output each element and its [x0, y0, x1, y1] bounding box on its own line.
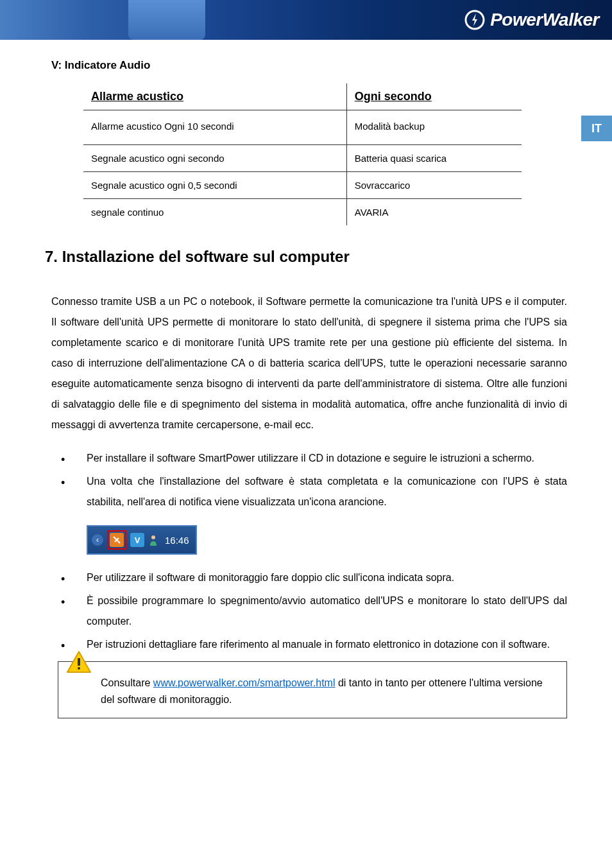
list-item: Per istruzioni dettagliare fare riferime…	[51, 634, 567, 655]
person-tray-icon	[148, 534, 158, 546]
brand-text: PowerWalker	[490, 10, 599, 30]
svg-rect-2	[78, 658, 80, 666]
table-cell: Batteria quasi scarica	[346, 145, 522, 172]
tray-clock: 16:46	[165, 535, 189, 546]
table-header-left: Allarme acustico	[83, 83, 346, 110]
audio-indicator-table: Allarme acustico Ogni secondo Allarme ac…	[83, 83, 522, 225]
subsection-title: V: Indicatore Audio	[51, 59, 567, 72]
list-item: Per utilizzare il software di monitoragg…	[51, 568, 567, 588]
brand-logo: PowerWalker	[464, 10, 599, 30]
list-item: Una volta che l'installazione del softwa…	[51, 471, 567, 512]
system-tray-screenshot: ‹ V 16:46	[87, 525, 197, 555]
table-cell: Modalità backup	[346, 110, 522, 145]
header-bar: PowerWalker	[0, 0, 612, 40]
table-row: segnale continuo AVARIA	[83, 199, 522, 226]
bullet-list-bottom: Per utilizzare il software di monitoragg…	[51, 568, 567, 655]
table-cell: segnale continuo	[83, 199, 346, 226]
warning-icon	[66, 650, 92, 673]
table-row: Segnale acustico ogni 0,5 secondi Sovrac…	[83, 172, 522, 199]
svg-point-1	[151, 535, 155, 539]
orange-tray-icon	[110, 533, 124, 547]
svg-point-3	[78, 667, 80, 670]
table-cell: AVARIA	[346, 199, 522, 226]
table-cell: Allarme acustico Ogni 10 secondi	[83, 110, 346, 145]
note-prefix: Consultare	[101, 677, 153, 688]
table-cell: Segnale acustico ogni 0,5 secondi	[83, 172, 346, 199]
brand-icon	[464, 10, 485, 30]
table-row: Segnale acustico ogni secondo Batteria q…	[83, 145, 522, 172]
note-box: Consultare www.powerwalker.com/smartpowe…	[58, 661, 567, 718]
table-cell: Segnale acustico ogni secondo	[83, 145, 346, 172]
list-item: È possibile programmare lo spegnimento/a…	[51, 591, 567, 632]
tray-expand-icon: ‹	[92, 534, 103, 546]
table-header-right: Ogni secondo	[346, 83, 522, 110]
header-tab-shape	[128, 0, 205, 40]
body-paragraph: Connesso tramite USB a un PC o notebook,…	[51, 291, 567, 435]
blue-tray-icon: V	[130, 533, 144, 547]
bullet-list-top: Per installare il software SmartPower ut…	[51, 448, 567, 512]
language-tab: IT	[581, 116, 612, 141]
note-link[interactable]: www.powerwalker.com/smartpower.html	[153, 677, 336, 688]
section-title: 7. Installazione del software sul comput…	[45, 248, 567, 266]
list-item: Per installare il software SmartPower ut…	[51, 448, 567, 469]
table-row: Allarme acustico Ogni 10 secondi Modalit…	[83, 110, 522, 145]
highlighted-tray-icon	[107, 530, 126, 550]
note-text: Consultare www.powerwalker.com/smartpowe…	[69, 675, 556, 707]
table-cell: Sovraccarico	[346, 172, 522, 199]
